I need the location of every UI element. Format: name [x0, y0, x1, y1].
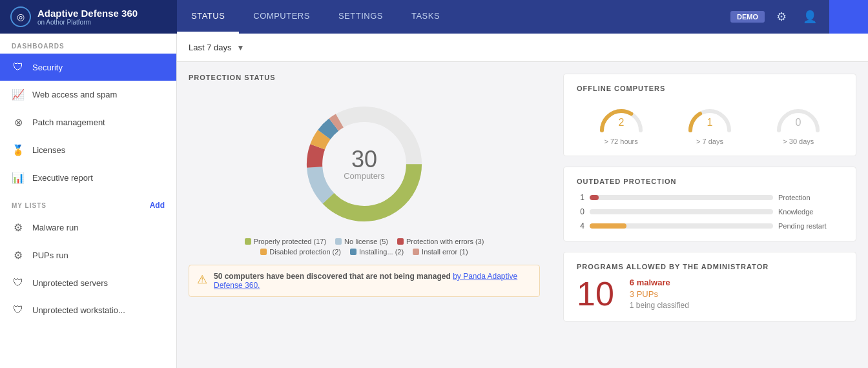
outdated-rows: 1 Protection 0 Knowledge [577, 193, 843, 230]
sidebar-item-unprotected-servers[interactable]: 🛡 Unprotected servers [0, 269, 176, 296]
legend-dot-protected [245, 238, 251, 245]
legend-dot-errors [397, 238, 404, 245]
legend-label-errors: Protection with errors (3) [406, 238, 484, 245]
my-lists-section: MY LISTS Add [0, 192, 176, 214]
patch-icon: ⊗ [12, 116, 25, 128]
gauge-30d: 0 > 30 days [772, 101, 824, 145]
donut-legend-2: Disabled protection (2) Installing... (2… [260, 248, 468, 256]
date-range-selector[interactable]: Last 7 days ▼ [189, 43, 244, 52]
sidebar-item-unprotected-workstations[interactable]: 🛡 Unprotected workstatio... [0, 296, 176, 323]
sidebar-item-patch-label: Patch management [32, 118, 105, 127]
programs-count: 10 [577, 277, 614, 311]
chevron-down-icon: ▼ [237, 43, 245, 52]
nav-tabs: STATUS COMPUTERS SETTINGS TASKS [177, 0, 723, 34]
sidebar-item-pups-label: PUPs run [32, 250, 68, 260]
brand-text: Adaptive Defense 360 on Aothor Platform [37, 8, 138, 26]
sidebar-item-patch-mgmt[interactable]: ⊗ Patch management [0, 108, 176, 136]
outdated-num-3: 4 [577, 221, 584, 230]
gauge-30d-svg: 0 [772, 101, 824, 134]
programs-malware: 6 malware [630, 278, 689, 287]
dashboards-label: DASHBOARDS [0, 34, 176, 54]
brand: ◎ Adaptive Defense 360 on Aothor Platfor… [0, 0, 177, 34]
sidebar-item-licenses-label: Licenses [32, 145, 65, 155]
brand-subtitle: on Aothor Platform [37, 19, 138, 26]
svg-text:2: 2 [618, 117, 624, 128]
programs-allowed-card: PROGRAMS ALLOWED BY THE ADMINISTRATOR 10… [563, 252, 856, 322]
left-panel: PROTECTION STATUS [177, 62, 552, 368]
tab-status[interactable]: STATUS [177, 0, 239, 34]
malware-icon: ⚙ [12, 221, 25, 234]
outdated-label-pending: Pending restart [778, 222, 843, 230]
add-list-button[interactable]: Add [150, 201, 165, 210]
main-body: DASHBOARDS 🛡 Security 📈 Web access and s… [0, 34, 868, 368]
tab-settings[interactable]: SETTINGS [324, 0, 397, 34]
legend-install-error: Install error (1) [413, 248, 468, 256]
settings-icon-button[interactable]: ⚙ [770, 5, 793, 28]
gauge-7d-label: > 7 days [696, 138, 723, 145]
chart-icon: 📈 [12, 88, 25, 101]
programs-pups: 3 PUPs [630, 289, 689, 299]
legend-label-installing: Installing... (2) [359, 248, 404, 256]
outdated-num-2: 0 [577, 207, 584, 216]
outdated-row-pending: 4 Pending restart [577, 221, 843, 230]
right-panel: OFFLINE COMPUTERS 2 > 72 hours [552, 62, 868, 368]
gauge-72h: 2 > 72 hours [595, 101, 647, 145]
legend-properly-protected: Properly protected (17) [245, 238, 327, 245]
legend-dot-nolicense [335, 238, 342, 245]
outdated-bar-track-3 [590, 223, 773, 229]
gauge-7d: 1 > 7 days [684, 101, 736, 145]
sidebar-item-web-access-label: Web access and spam [32, 90, 117, 99]
outdated-row-protection: 1 Protection [577, 193, 843, 202]
programs-detail: 6 malware 3 PUPs 1 being classified [630, 278, 689, 310]
top-nav: ◎ Adaptive Defense 360 on Aothor Platfor… [0, 0, 868, 34]
legend-disabled: Disabled protection (2) [260, 248, 341, 256]
donut-center: 30 Computers [344, 148, 385, 181]
shield-icon: 🛡 [12, 61, 25, 73]
content-panels: PROTECTION STATUS [177, 62, 868, 368]
sidebar-item-security-label: Security [32, 63, 63, 72]
donut-computers-label: Computers [344, 171, 385, 181]
donut-total: 30 [344, 148, 385, 171]
sidebar-item-servers-label: Unprotected servers [32, 278, 108, 288]
content-area: Last 7 days ▼ PROTECTION STATUS [177, 34, 868, 368]
sidebar-item-exec-label: Executive report [32, 173, 93, 183]
legend-no-license: No license (5) [335, 238, 388, 245]
legend-protection-errors: Protection with errors (3) [397, 238, 484, 245]
sidebar: DASHBOARDS 🛡 Security 📈 Web access and s… [0, 34, 177, 368]
programs-title: PROGRAMS ALLOWED BY THE ADMINISTRATOR [577, 263, 843, 271]
outdated-protection-card: OUTDATED PROTECTION 1 Protection 0 [563, 167, 856, 241]
sidebar-item-exec-report[interactable]: 📊 Executive report [0, 164, 176, 192]
license-icon: 🏅 [12, 144, 25, 156]
legend-label-installerror: Install error (1) [422, 248, 468, 256]
pups-icon: ⚙ [12, 249, 25, 261]
gauge-7d-svg: 1 [684, 101, 736, 134]
tab-tasks[interactable]: TASKS [397, 0, 454, 34]
nav-right: DEMO ⚙ 👤 [723, 0, 829, 34]
sidebar-item-pups-run[interactable]: ⚙ PUPs run [0, 241, 176, 269]
tab-computers[interactable]: COMPUTERS [239, 0, 324, 34]
alert-text-strong: 50 computers have been discovered that a… [214, 272, 451, 281]
sidebar-item-malware-label: Malware run [32, 223, 79, 232]
legend-dot-installing [350, 249, 356, 255]
donut-chart-wrapper: 30 Computers Properly protected (17) No … [189, 93, 540, 256]
sidebar-item-workstations-label: Unprotected workstatio... [32, 305, 125, 315]
donut-svg-container: 30 Computers [293, 93, 435, 235]
sidebar-item-web-access[interactable]: 📈 Web access and spam [0, 81, 176, 108]
date-range-label: Last 7 days [189, 43, 232, 52]
gauge-30d-label: > 30 days [783, 138, 814, 145]
sidebar-item-licenses[interactable]: 🏅 Licenses [0, 136, 176, 164]
user-icon-button[interactable]: 👤 [798, 5, 822, 28]
warning-icon: ⚠ [197, 272, 207, 287]
nav-accent-block [829, 0, 868, 34]
workstation-shield-icon: 🛡 [12, 304, 25, 316]
outdated-label-knowledge: Knowledge [778, 208, 843, 216]
sidebar-item-malware-run[interactable]: ⚙ Malware run [0, 214, 176, 241]
legend-label-disabled: Disabled protection (2) [269, 248, 341, 256]
sidebar-item-security[interactable]: 🛡 Security [0, 54, 176, 81]
report-icon: 📊 [12, 172, 25, 184]
brand-logo: ◎ [10, 6, 31, 27]
brand-title: Adaptive Defense 360 [37, 8, 138, 19]
gauge-72h-svg: 2 [595, 101, 647, 134]
outdated-bar-track-1 [590, 195, 773, 200]
donut-legend: Properly protected (17) No license (5) P… [245, 238, 484, 245]
